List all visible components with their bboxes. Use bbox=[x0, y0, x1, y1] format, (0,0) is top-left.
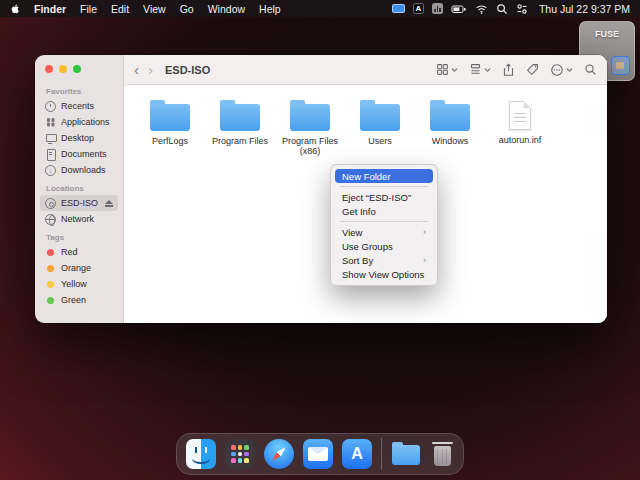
sidebar-item-desktop[interactable]: Desktop bbox=[40, 130, 118, 146]
display-icon[interactable] bbox=[392, 4, 405, 13]
toolbar-buttons bbox=[436, 63, 597, 77]
dock-launchpad-icon[interactable] bbox=[225, 439, 255, 469]
menu-bar-clock[interactable]: Thu Jul 22 9:37 PM bbox=[539, 3, 630, 15]
file-item-program-files[interactable]: Program Files bbox=[208, 98, 272, 146]
file-item-perflogs[interactable]: PerfLogs bbox=[138, 98, 202, 146]
menu-separator bbox=[340, 221, 428, 222]
menu-item-view[interactable]: View › bbox=[335, 225, 433, 239]
eject-icon[interactable] bbox=[104, 199, 113, 208]
chevron-down-icon bbox=[451, 67, 458, 73]
menu-item-use-groups[interactable]: Use Groups bbox=[335, 239, 433, 253]
clock-icon bbox=[45, 101, 56, 112]
desktop-icon bbox=[45, 133, 56, 144]
dock-finder-icon[interactable] bbox=[186, 439, 216, 469]
group-view-button[interactable] bbox=[469, 63, 491, 76]
orange-tag-icon bbox=[47, 265, 54, 272]
dock-divider bbox=[381, 438, 382, 470]
green-tag-icon bbox=[47, 297, 54, 304]
window-controls bbox=[35, 55, 123, 81]
file-item-program-files-x86[interactable]: Program Files (x86) bbox=[278, 98, 342, 156]
menu-edit[interactable]: Edit bbox=[111, 3, 129, 15]
menu-view[interactable]: View bbox=[143, 3, 166, 15]
zoom-button[interactable] bbox=[73, 65, 81, 73]
sidebar-item-recents[interactable]: Recents bbox=[40, 98, 118, 114]
wifi-icon[interactable] bbox=[475, 3, 488, 15]
menu-item-eject[interactable]: Eject “ESD-ISO” bbox=[335, 190, 433, 204]
menu-bar-status: A Thu Jul 22 9:37 PM bbox=[392, 2, 630, 16]
dock-trash-icon[interactable] bbox=[430, 439, 454, 469]
finder-window: Favorites Recents Applications Desktop D… bbox=[35, 55, 607, 323]
tag-button[interactable] bbox=[526, 63, 539, 76]
red-tag-icon bbox=[47, 249, 54, 256]
sidebar-item-esd-iso[interactable]: ESD-ISO bbox=[40, 195, 118, 211]
file-item-users[interactable]: Users bbox=[348, 98, 412, 146]
submenu-chevron-icon: › bbox=[423, 227, 426, 237]
sidebar-item-downloads[interactable]: ↓ Downloads bbox=[40, 162, 118, 178]
forward-button[interactable]: › bbox=[148, 62, 153, 77]
sidebar-section-locations: Locations bbox=[35, 178, 123, 195]
search-button[interactable] bbox=[584, 63, 597, 76]
dock-app-store-icon[interactable]: A bbox=[342, 439, 372, 469]
sidebar-section-tags: Tags bbox=[35, 227, 123, 244]
folder-icon bbox=[360, 104, 400, 131]
document-file-icon bbox=[509, 101, 531, 130]
dock-downloads-folder-icon[interactable] bbox=[391, 439, 421, 469]
sidebar: Favorites Recents Applications Desktop D… bbox=[35, 55, 124, 323]
menu-file[interactable]: File bbox=[80, 3, 97, 15]
chevron-down-icon bbox=[566, 67, 573, 73]
search-icon[interactable] bbox=[496, 3, 508, 15]
control-center-icon[interactable] bbox=[516, 3, 528, 15]
input-source-icon[interactable]: A bbox=[413, 3, 424, 14]
dock-safari-icon[interactable] bbox=[264, 439, 294, 469]
fuse-window-title: FUSE bbox=[580, 29, 634, 39]
menu-item-show-view-options[interactable]: Show View Options bbox=[335, 267, 433, 281]
sidebar-item-tag-red[interactable]: Red bbox=[40, 244, 118, 260]
submenu-chevron-icon: › bbox=[423, 255, 426, 265]
menu-finder[interactable]: Finder bbox=[34, 3, 66, 15]
sidebar-item-tag-green[interactable]: Green bbox=[40, 292, 118, 308]
disc-icon bbox=[45, 198, 56, 209]
folder-icon bbox=[220, 104, 260, 131]
yellow-tag-icon bbox=[47, 281, 54, 288]
folder-icon bbox=[150, 104, 190, 131]
menu-bar-left: Finder File Edit View Go Window Help bbox=[10, 3, 281, 15]
network-icon bbox=[45, 214, 56, 225]
menu-bar: Finder File Edit View Go Window Help A T… bbox=[0, 0, 640, 17]
sidebar-section-favorites: Favorites bbox=[35, 81, 123, 98]
applications-icon bbox=[45, 117, 56, 128]
battery-icon[interactable] bbox=[451, 2, 467, 16]
file-item-autorun-inf[interactable]: autorun.inf bbox=[488, 98, 552, 145]
folder-icon bbox=[290, 104, 330, 131]
menu-item-get-info[interactable]: Get Info bbox=[335, 204, 433, 218]
menu-go[interactable]: Go bbox=[180, 3, 194, 15]
desktop[interactable]: Finder File Edit View Go Window Help A T… bbox=[0, 0, 640, 480]
fuse-selected-item-icon[interactable] bbox=[611, 56, 630, 75]
context-menu: New Folder Eject “ESD-ISO” Get Info View… bbox=[330, 164, 438, 286]
sidebar-item-documents[interactable]: Documents bbox=[40, 146, 118, 162]
close-button[interactable] bbox=[45, 65, 53, 73]
file-item-windows[interactable]: Windows bbox=[418, 98, 482, 146]
sidebar-item-applications[interactable]: Applications bbox=[40, 114, 118, 130]
sidebar-item-tag-orange[interactable]: Orange bbox=[40, 260, 118, 276]
menu-item-new-folder[interactable]: New Folder bbox=[335, 169, 433, 183]
icon-view-button[interactable] bbox=[436, 63, 458, 76]
toolbar: ‹ › ESD-ISO bbox=[124, 55, 607, 85]
chevron-down-icon bbox=[484, 67, 491, 73]
minimize-button[interactable] bbox=[59, 65, 67, 73]
menu-window[interactable]: Window bbox=[208, 3, 245, 15]
apple-menu[interactable] bbox=[10, 3, 20, 15]
dock-mail-icon[interactable] bbox=[303, 439, 333, 469]
action-menu-button[interactable] bbox=[550, 63, 573, 77]
document-icon bbox=[45, 149, 56, 160]
back-button[interactable]: ‹ bbox=[134, 62, 139, 77]
menu-separator bbox=[340, 186, 428, 187]
downloads-icon: ↓ bbox=[45, 165, 56, 176]
menu-item-sort-by[interactable]: Sort By › bbox=[335, 253, 433, 267]
sidebar-item-tag-yellow[interactable]: Yellow bbox=[40, 276, 118, 292]
folder-icon bbox=[430, 104, 470, 131]
activity-icon[interactable] bbox=[432, 3, 443, 14]
menu-help[interactable]: Help bbox=[259, 3, 281, 15]
sidebar-item-network[interactable]: Network bbox=[40, 211, 118, 227]
window-title: ESD-ISO bbox=[165, 64, 210, 76]
share-button[interactable] bbox=[502, 63, 515, 77]
